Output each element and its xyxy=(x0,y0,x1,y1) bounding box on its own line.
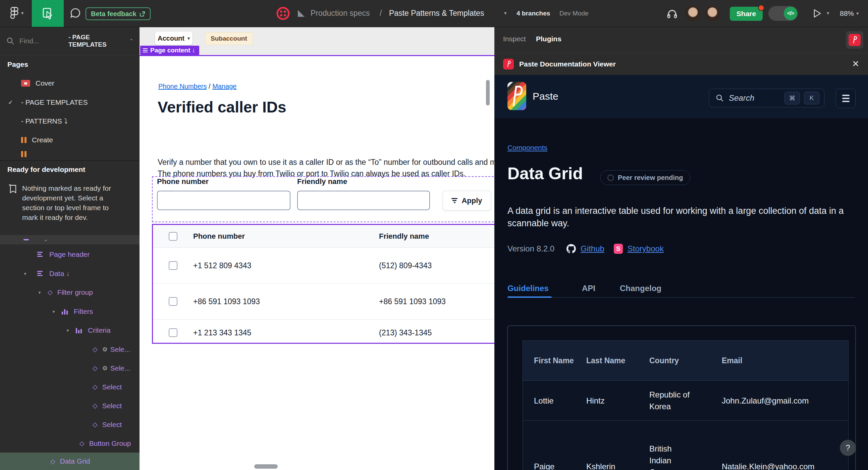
phone-number-input[interactable] xyxy=(157,191,290,210)
search-input[interactable] xyxy=(728,93,780,103)
avatar[interactable] xyxy=(685,6,701,21)
example-grid-row[interactable]: Lottie Hintz Republic of Korea John.Zula… xyxy=(523,381,848,420)
twilio-org-logo[interactable] xyxy=(276,7,290,20)
hamburger-menu-button[interactable] xyxy=(836,89,856,108)
breadcrumb-link-phone-numbers[interactable]: Phone Numbers xyxy=(158,83,207,90)
current-page-check-icon: ✓ xyxy=(0,99,21,106)
expand-caret-icon[interactable]: ▾ xyxy=(50,309,57,314)
select-tool-button[interactable] xyxy=(32,0,64,27)
collapse-pages-chevron-icon[interactable]: ⌃ xyxy=(129,38,133,44)
component-diamond-icon: ◇ xyxy=(93,402,98,410)
peer-review-badge: Peer review pending xyxy=(600,170,690,185)
breadcrumb-separator: / xyxy=(380,9,382,18)
github-icon xyxy=(566,244,576,254)
active-tab-underline xyxy=(507,296,552,298)
layer-data[interactable]: ▾ Data ↓ xyxy=(0,264,140,283)
page-item-clipped[interactable] xyxy=(0,148,140,160)
share-button[interactable]: Share xyxy=(730,7,763,21)
row-checkbox[interactable] xyxy=(169,297,178,306)
example-grid-row[interactable]: Paige Kshlerin British Indian Ocean Terr… xyxy=(523,420,848,470)
column-header-phone[interactable]: Phone number xyxy=(193,232,245,241)
inspector-tab-bar: Inspect Plugins xyxy=(494,27,868,53)
avatar[interactable] xyxy=(705,6,720,21)
layer-row-clipped[interactable]: ⌄ xyxy=(0,235,140,244)
layer-data-grid-selected[interactable]: ◇ Data Grid xyxy=(0,452,140,470)
active-plugin-button[interactable] xyxy=(846,31,863,49)
page-item-patterns[interactable]: - PATTERNS ⤵ xyxy=(0,112,140,130)
page-content-selection-chip[interactable]: Page content ↓ xyxy=(140,46,199,55)
example-data-grid[interactable]: First Name Last Name Country Email Lotti… xyxy=(523,341,848,470)
storybook-link[interactable]: Storybook xyxy=(627,244,664,254)
layer-select[interactable]: ◇ Select xyxy=(0,396,140,415)
layer-button-group[interactable]: ◇ Button Group xyxy=(0,434,140,453)
layer-filter-group[interactable]: ▾ ◇ Filter group xyxy=(0,283,140,302)
audio-call-button[interactable] xyxy=(666,7,678,20)
breadcrumb-project[interactable]: Production specs xyxy=(311,9,370,18)
layer-criteria[interactable]: ▾ Criteria xyxy=(0,321,140,340)
bars-layer-icon xyxy=(76,327,82,333)
layer-filters[interactable]: ▾ Filters xyxy=(0,302,140,321)
breadcrumb-link-manage[interactable]: Manage xyxy=(212,83,237,90)
table-row[interactable]: +1 213 343 1345 (213) 343-1345 xyxy=(153,320,494,346)
account-dropdown[interactable]: Account ▾ xyxy=(155,32,192,45)
page-item-cover[interactable]: Cover xyxy=(0,74,140,93)
beta-feedback-button[interactable]: Beta feedback xyxy=(86,7,151,20)
page-item-create[interactable]: Create xyxy=(0,130,140,149)
tab-guidelines[interactable]: Guidelines xyxy=(507,284,549,293)
row-checkbox[interactable] xyxy=(169,328,178,337)
layer-select-variant[interactable]: ◇ ⚙ Sele... xyxy=(0,358,140,378)
figma-dev-mode-window: ▾ Beta feedback Production specs / Paste… xyxy=(0,0,868,470)
expand-caret-icon[interactable]: ▾ xyxy=(64,328,71,333)
comments-button[interactable] xyxy=(70,7,81,19)
apply-button[interactable]: Apply xyxy=(443,191,491,210)
paste-search[interactable]: ⌘ K xyxy=(709,89,825,108)
plugin-title: Paste Documentation Viewer xyxy=(519,60,846,68)
layer-select[interactable]: ◇ Select xyxy=(0,415,140,434)
row-checkbox[interactable] xyxy=(169,261,178,270)
layer-select-variant[interactable]: ◇ ⚙ Sele... xyxy=(0,340,140,359)
expand-caret-icon[interactable]: ▾ xyxy=(22,271,29,276)
select-all-checkbox[interactable] xyxy=(169,232,178,241)
component-diamond-icon: ◇ xyxy=(93,346,98,353)
tab-changelog[interactable]: Changelog xyxy=(620,284,661,293)
page-item-page-templates[interactable]: ✓ - PAGE TEMPLATES xyxy=(0,93,140,112)
tab-api[interactable]: API xyxy=(582,284,595,293)
components-breadcrumb-link[interactable]: Components xyxy=(507,144,547,152)
close-icon[interactable]: ✕ xyxy=(852,59,859,69)
col-email: Email xyxy=(692,356,848,365)
text-layer-icon xyxy=(37,252,42,257)
friendly-name-label: Friendly name xyxy=(297,177,347,186)
paste-plugin-icon xyxy=(848,34,861,46)
table-row[interactable]: +1 512 809 4343 (512) 809-4343 xyxy=(153,248,494,284)
subaccount-tab[interactable]: Subaccount xyxy=(205,32,253,45)
frame-list-icon xyxy=(143,48,148,52)
file-menu-chevron-icon[interactable]: ▾ xyxy=(504,10,507,16)
breadcrumb-filename[interactable]: Paste Patterns & Templates xyxy=(389,9,484,18)
table-row[interactable]: +86 591 1093 1093 +86 591 1093 1093 xyxy=(153,284,494,320)
tab-plugins[interactable]: Plugins xyxy=(536,35,561,43)
present-button[interactable] xyxy=(813,8,822,19)
clipped-dash-icon xyxy=(24,239,29,240)
canvas-resize-handle[interactable] xyxy=(254,464,278,469)
tab-inspect[interactable]: Inspect xyxy=(503,35,526,43)
dev-mode-toggle[interactable]: </> xyxy=(768,6,798,21)
expand-caret-icon[interactable]: ▾ xyxy=(36,290,43,295)
canvas-vertical-scrollbar[interactable] xyxy=(486,80,490,106)
github-link[interactable]: Github xyxy=(581,244,604,254)
chevron-down-icon: ▾ xyxy=(187,36,190,41)
design-canvas[interactable]: Account ▾ Subaccount Page content ↓ Phon… xyxy=(140,27,494,470)
column-header-friendly[interactable]: Friendly name xyxy=(379,232,429,241)
present-chevron-icon[interactable]: ▾ xyxy=(827,10,830,16)
layer-select[interactable]: ◇ Select xyxy=(0,377,140,396)
cmd-key: ⌘ xyxy=(784,92,800,105)
current-page-name[interactable]: - PAGE TEMPLATES xyxy=(68,34,125,48)
find-input[interactable] xyxy=(19,37,60,45)
figma-main-menu[interactable]: ▾ xyxy=(10,7,24,20)
layer-page-header[interactable]: Page header xyxy=(0,245,140,264)
help-button[interactable]: ? xyxy=(840,440,856,456)
example-grid-header: First Name Last Name Country Email xyxy=(523,341,848,381)
ready-for-dev-heading: Ready for development xyxy=(7,166,85,174)
zoom-menu[interactable]: 88%▾ xyxy=(840,9,859,18)
phone-number-label: Phone number xyxy=(157,177,209,186)
friendly-name-input[interactable] xyxy=(297,191,430,210)
